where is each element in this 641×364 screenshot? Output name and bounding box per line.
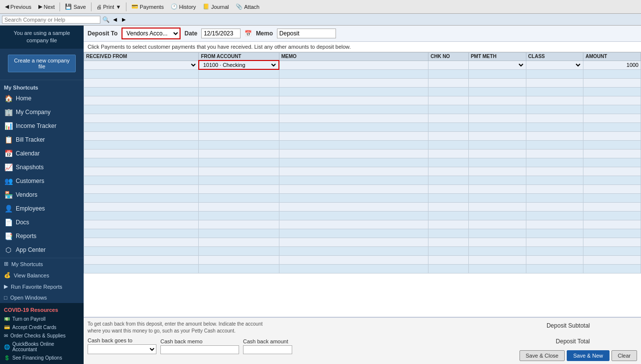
journal-icon: 📒 (203, 3, 210, 10)
sidebar-item-calendar[interactable]: 📅 Calendar (0, 147, 84, 160)
sidebar-item-employees[interactable]: 👤 Employees (0, 202, 84, 215)
see-financing-icon: 💲 (4, 355, 10, 361)
sidebar-item-turn-on-payroll[interactable]: 💵 Turn on Payroll (0, 315, 84, 323)
previous-icon: ◀ (5, 3, 9, 10)
sidebar-item-my-shortcuts-bottom[interactable]: ⊞ My Shortcuts (0, 258, 84, 270)
save-close-button[interactable]: Save & Close (519, 350, 565, 361)
view-balances-icon: 💰 (4, 272, 11, 278)
cash-back-amount-field: Cash back amount (243, 338, 292, 354)
chk-no-input[interactable] (429, 62, 467, 68)
cash-back-memo-input[interactable] (160, 345, 239, 354)
open-windows-label: Open Windows (10, 295, 47, 301)
col-pmt-meth: PMT METH (468, 53, 526, 61)
sidebar-divider-1 (0, 80, 84, 80)
table-row (84, 202, 641, 211)
sidebar-item-qb-accountant[interactable]: 🌐 QuickBooks Online Accountant (0, 340, 84, 354)
qb-accountant-icon: 🌐 (4, 344, 10, 350)
sidebar-item-snapshots[interactable]: 📈 Snapshots (0, 160, 84, 174)
app-center-icon: ⬡ (4, 246, 13, 254)
save-new-button[interactable]: Save & New (567, 350, 610, 361)
table-row (84, 238, 641, 246)
cash-back-memo-field: Cash back memo (160, 338, 239, 354)
table-row (84, 158, 641, 167)
cell-received-from[interactable] (84, 61, 199, 69)
print-button[interactable]: 🖨 Print ▼ (93, 3, 124, 11)
create-company-button[interactable]: Create a new company file (8, 55, 76, 72)
deposit-total-label: Deposit Total (556, 338, 590, 345)
shortcuts-header: My Shortcuts (0, 82, 84, 91)
sidebar-item-open-windows[interactable]: □ Open Windows (0, 292, 84, 303)
deposit-to-select[interactable]: Vendors Acco... (122, 28, 181, 39)
amount-input[interactable] (584, 62, 639, 68)
docs-icon: 📄 (4, 218, 13, 226)
my-shortcuts-label: My Shortcuts (11, 261, 43, 267)
sidebar-label-snapshots: Snapshots (16, 164, 44, 171)
sep1 (60, 2, 60, 11)
sidebar-item-vendors[interactable]: 🏪 Vendors (0, 188, 84, 202)
deposit-totals: Deposit Subtotal Deposit Total Save & Cl… (514, 321, 637, 361)
previous-button[interactable]: ◀ Previous (2, 2, 34, 11)
payments-button[interactable]: 💳 Payments (128, 2, 167, 11)
sidebar-item-see-financing[interactable]: 💲 See Financing Options (0, 354, 84, 362)
customers-icon: 👥 (4, 177, 13, 185)
history-icon: 🕐 (171, 3, 178, 10)
class-select[interactable] (527, 61, 582, 68)
cell-memo[interactable] (279, 61, 428, 69)
cash-back-form: To get cash back from this deposit, ente… (88, 321, 506, 354)
covid-link[interactable]: COVID-19 Resources (0, 305, 84, 315)
clear-button[interactable]: Clear (611, 350, 637, 361)
table-row (84, 69, 641, 78)
sidebar-label-bill-tracker: Bill Tracker (16, 136, 45, 143)
table-row (84, 96, 641, 105)
sidebar-item-app-center[interactable]: ⬡ App Center (0, 243, 84, 257)
cell-pmt-meth[interactable] (468, 61, 526, 69)
sidebar-item-reports[interactable]: 📑 Reports (0, 229, 84, 243)
open-windows-icon: □ (4, 295, 7, 301)
run-reports-label: Run Favorite Reports (11, 284, 62, 290)
calendar-picker-icon[interactable]: 📅 (244, 30, 252, 37)
sidebar-item-customers[interactable]: 👥 Customers (0, 174, 84, 188)
sidebar-label-calendar: Calendar (16, 150, 40, 157)
sidebar-item-income-tracker[interactable]: 📊 Income Tracker (0, 119, 84, 133)
sep3 (126, 2, 126, 11)
memo-cell-input[interactable] (280, 62, 427, 68)
toolbar: ◀ Previous ▶ Next 💾 Save 🖨 Print ▼ 💳 Pay… (0, 0, 641, 14)
sidebar-item-docs[interactable]: 📄 Docs (0, 215, 84, 229)
history-button[interactable]: 🕐 History (168, 2, 199, 11)
sidebar-item-home[interactable]: 🏠 Home (0, 91, 84, 105)
table-row (84, 149, 641, 158)
next-icon: ▶ (38, 3, 42, 10)
cell-amount[interactable] (583, 61, 641, 69)
search-input[interactable] (2, 16, 100, 24)
attach-button[interactable]: 📎 Attach (233, 2, 262, 11)
received-from-select[interactable] (85, 61, 197, 68)
sidebar-item-my-company[interactable]: 🏢 My Company (0, 105, 84, 119)
search-icon[interactable]: 🔍 (102, 16, 110, 23)
col-amount: AMOUNT (583, 53, 641, 61)
cash-back-goes-to-label: Cash back goes to (88, 337, 156, 343)
sidebar-item-bill-tracker[interactable]: 📋 Bill Tracker (0, 133, 84, 147)
cash-back-amount-input[interactable] (243, 345, 292, 354)
memo-input[interactable] (277, 29, 336, 38)
sidebar-item-run-reports[interactable]: ▶ Run Favorite Reports (0, 281, 84, 292)
from-account-select[interactable]: 10100 · Checking (200, 61, 277, 68)
table-row (84, 229, 641, 238)
sidebar: You are using a sample company file Crea… (0, 26, 84, 364)
cash-back-goes-to-select[interactable] (88, 344, 156, 354)
sidebar-item-view-balances[interactable]: 💰 View Balances (0, 270, 84, 281)
nav-forward-icon[interactable]: ▶ (121, 16, 127, 23)
journal-button[interactable]: 📒 Journal (200, 2, 232, 11)
cell-from-account[interactable]: 10100 · Checking (199, 61, 279, 69)
next-button[interactable]: ▶ Next (35, 2, 58, 11)
my-shortcuts-icon: ⊞ (4, 261, 8, 267)
nav-back-icon[interactable]: ◀ (112, 16, 119, 23)
save-button[interactable]: 💾 Save (62, 2, 89, 11)
pmt-meth-select[interactable] (470, 61, 525, 68)
cashback-fields: Cash back goes to Cash back memo Cash ba… (88, 337, 506, 354)
cell-chk-no[interactable] (428, 61, 469, 69)
sidebar-item-accept-credit[interactable]: 💳 Accept Credit Cards (0, 323, 84, 332)
date-input[interactable] (201, 29, 241, 38)
sidebar-item-order-checks[interactable]: ✉ Order Checks & Supplies (0, 332, 84, 340)
income-tracker-icon: 📊 (4, 122, 13, 130)
cell-class[interactable] (526, 61, 583, 69)
